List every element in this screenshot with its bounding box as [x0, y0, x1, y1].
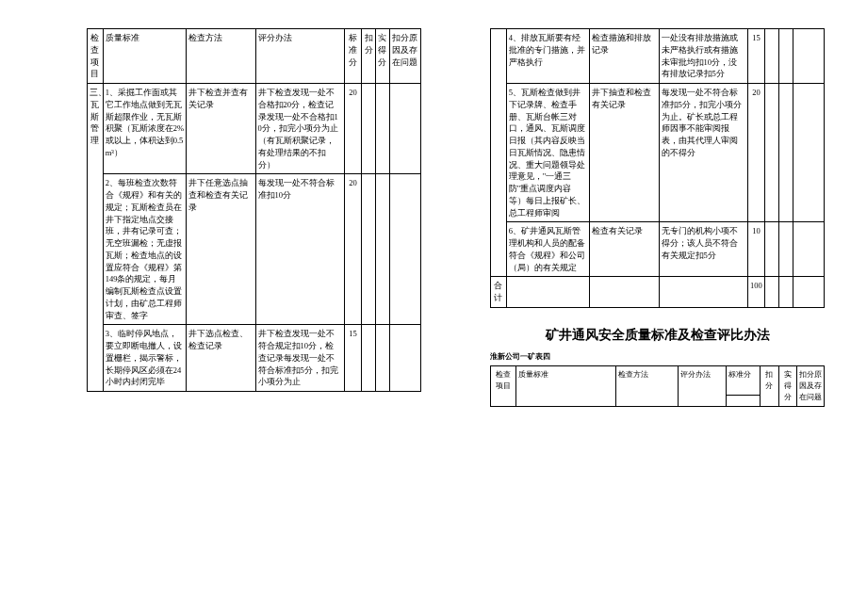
- cell-actual: [375, 84, 389, 174]
- cell-deduct: [765, 222, 779, 277]
- section-label-cont: [491, 29, 507, 277]
- cell-std: 5、瓦斯检查做到井下记录牌、检查手册、瓦斯台帐三对口，通风、瓦斯调度日报（其内容…: [506, 84, 590, 222]
- section-label: 三、瓦斯管理: [88, 84, 104, 392]
- cell-actual: [375, 174, 389, 325]
- document-subheading: 淮新公司一矿表四: [490, 351, 825, 362]
- header-item: 检查项目: [88, 29, 104, 84]
- inspection-table-2: 检查项目 质量标准 检查方法 评分办法 标准分 扣分 实得分 扣分原因及存在问题: [490, 365, 825, 407]
- header2-score: 标准分: [727, 365, 761, 395]
- cell-score: 15: [747, 29, 765, 84]
- cell-scoring: 无专门的机构小项不得分；该人员不符合有关规定扣5分: [659, 222, 747, 277]
- cell-scoring: 井下检查发现一处不合格扣20分，检查记录发现一处不合格扣10分，扣完小项分为止（…: [255, 84, 344, 174]
- cell-method: 检查有关记录: [590, 222, 659, 277]
- header2-actual: 实得分: [778, 365, 796, 406]
- cell-reason: [389, 174, 420, 325]
- cell-deduct: [362, 325, 376, 392]
- cell-method: 井下抽查和检查有关记录: [590, 84, 659, 222]
- header-method: 检查方法: [187, 29, 255, 84]
- cell-std: 4、排放瓦斯要有经批准的专门措施，并严格执行: [506, 29, 590, 84]
- header-actual: 实得分: [375, 29, 389, 84]
- header2-scoring: 评分办法: [679, 365, 727, 406]
- total-row: 合计 100: [491, 277, 825, 308]
- cell-actual: [778, 84, 793, 222]
- header-std: 质量标准: [103, 29, 187, 84]
- header2-reason: 扣分原因及存在问题: [796, 365, 824, 406]
- table-row: 6、矿井通风瓦斯管理机构和人员的配备符合《规程》和公司（局）的有关规定 检查有关…: [491, 222, 825, 277]
- table-row: 三、瓦斯管理 1、采掘工作面或其它工作地点做到无瓦斯超限作业，无瓦斯积聚（瓦斯浓…: [88, 84, 421, 174]
- cell-method: 井下选点检查、检查记录: [187, 325, 255, 392]
- cell-scoring: 井下检查发现一处不符合规定扣10分，检查记录每发现一处不符合标准扣5分，扣完小项…: [255, 325, 344, 392]
- cell-reason: [389, 325, 420, 392]
- cell-scoring: 一处没有排放措施或未严格执行或有措施未审批均扣10分，没有排放记录扣5分: [659, 29, 747, 84]
- cell-deduct: [362, 84, 376, 174]
- cell-deduct: [765, 29, 779, 84]
- cell-reason: [793, 277, 824, 308]
- header-score: 标准分: [344, 29, 362, 84]
- cell-method: 井下检查并查有关记录: [187, 84, 255, 174]
- inspection-table-left: 检查项目 质量标准 检查方法 评分办法 标准分 扣分 实得分 扣分原因及存在问题…: [87, 28, 421, 392]
- cell-scoring: 每发现一处不符合标准扣10分: [255, 174, 344, 325]
- page-right: 4、排放瓦斯要有经批准的专门措施，并严格执行 检查措施和排放记录 一处没有排放措…: [490, 28, 825, 407]
- cell-actual: [778, 277, 793, 308]
- cell-score: 10: [747, 222, 765, 277]
- inspection-table-right: 4、排放瓦斯要有经批准的专门措施，并严格执行 检查措施和排放记录 一处没有排放措…: [490, 28, 825, 308]
- table-row: 3、临时停风地点，要立即断电撤人，设置栅栏，揭示警标，长期停风区必须在24小时内…: [88, 325, 421, 392]
- cell-reason: [389, 84, 420, 174]
- header2-score-sub: [727, 396, 761, 407]
- cell-reason: [793, 222, 824, 277]
- total-score: 100: [747, 277, 765, 308]
- document-heading: 矿井通风安全质量标准及检查评比办法: [490, 327, 825, 344]
- cell-score: 20: [747, 84, 765, 222]
- cell-deduct: [362, 174, 376, 325]
- table-row: 4、排放瓦斯要有经批准的专门措施，并严格执行 检查措施和排放记录 一处没有排放措…: [491, 29, 825, 84]
- cell-reason: [793, 84, 824, 222]
- table-row: 2、每班检查次数符合《规程》和有关的规定；瓦斯检查员在井下指定地点交接班，井有记…: [88, 174, 421, 325]
- cell-scoring: 每发现一处不符合标准扣5分，扣完小项分为止。矿长或总工程师因事不能审阅报表，由其…: [659, 84, 747, 222]
- cell-std: 6、矿井通风瓦斯管理机构和人员的配备符合《规程》和公司（局）的有关规定: [506, 222, 590, 277]
- cell-std: 3、临时停风地点，要立即断电撤人，设置栅栏，揭示警标，长期停风区必须在24小时内…: [103, 325, 187, 392]
- header-reason: 扣分原因及存在问题: [389, 29, 420, 84]
- cell-score: 20: [344, 84, 362, 174]
- header2-std: 质量标准: [515, 365, 615, 406]
- header-deduct: 扣分: [362, 29, 376, 84]
- cell-method: 井下任意选点抽查和检查有关记录: [187, 174, 255, 325]
- header-row-2: 检查项目 质量标准 检查方法 评分办法 标准分 扣分 实得分 扣分原因及存在问题: [491, 365, 825, 395]
- header-scoring: 评分办法: [255, 29, 344, 84]
- page-left: 检查项目 质量标准 检查方法 评分办法 标准分 扣分 实得分 扣分原因及存在问题…: [87, 28, 421, 392]
- cell-method: [590, 277, 659, 308]
- cell-score: 15: [344, 325, 362, 392]
- cell-actual: [778, 222, 793, 277]
- cell-actual: [375, 325, 389, 392]
- header-row: 检查项目 质量标准 检查方法 评分办法 标准分 扣分 实得分 扣分原因及存在问题: [88, 29, 421, 84]
- cell-deduct: [765, 277, 779, 308]
- header2-item: 检查项目: [491, 365, 516, 406]
- cell-reason: [793, 29, 824, 84]
- table-row: 5、瓦斯检查做到井下记录牌、检查手册、瓦斯台帐三对口，通风、瓦斯调度日报（其内容…: [491, 84, 825, 222]
- cell-actual: [778, 29, 793, 84]
- cell-std: [506, 277, 590, 308]
- cell-method: 检查措施和排放记录: [590, 29, 659, 84]
- cell-std: 1、采掘工作面或其它工作地点做到无瓦斯超限作业，无瓦斯积聚（瓦斯浓度在2%或以上…: [103, 84, 187, 174]
- cell-scoring: [659, 277, 747, 308]
- total-label: 合计: [491, 277, 507, 308]
- cell-score: 20: [344, 174, 362, 325]
- header2-method: 检查方法: [615, 365, 678, 406]
- header2-deduct: 扣分: [761, 365, 778, 406]
- cell-std: 2、每班检查次数符合《规程》和有关的规定；瓦斯检查员在井下指定地点交接班，井有记…: [103, 174, 187, 325]
- cell-deduct: [765, 84, 779, 222]
